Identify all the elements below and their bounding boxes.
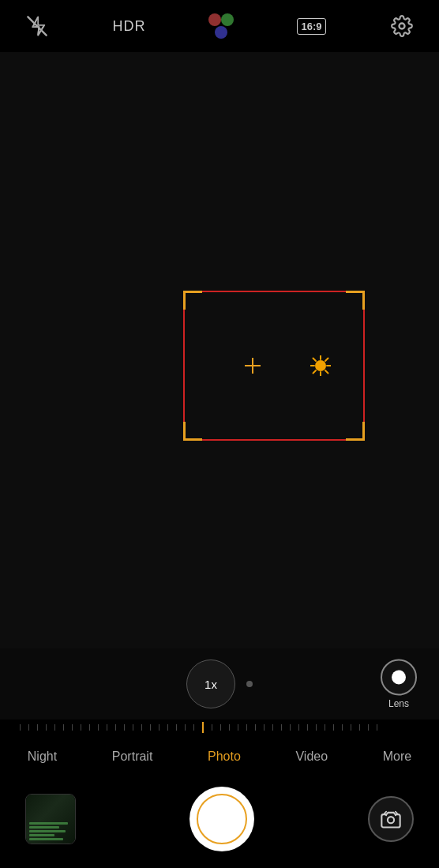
shutter-button[interactable] xyxy=(189,787,254,851)
gallery-code-preview xyxy=(29,822,72,840)
tab-video[interactable]: Video xyxy=(289,746,334,767)
ruler-tick xyxy=(20,724,21,731)
ruler-tick xyxy=(115,724,116,731)
ruler-tick xyxy=(255,724,256,731)
ruler-tick xyxy=(46,724,47,731)
svg-line-6 xyxy=(313,358,317,361)
ruler-tick xyxy=(81,724,81,731)
ruler-center-tick xyxy=(202,722,204,733)
gallery-thumb-inner xyxy=(26,795,75,844)
tab-portrait[interactable]: Portrait xyxy=(106,746,159,767)
code-line xyxy=(29,826,59,829)
ruler-tick xyxy=(281,724,282,731)
shutter-inner xyxy=(197,794,247,844)
ruler-ticks xyxy=(0,720,439,735)
ruler-tick xyxy=(159,724,159,731)
bracket-br xyxy=(346,422,365,441)
ruler-tick xyxy=(150,724,151,731)
bottom-controls xyxy=(0,781,439,868)
zoom-lens-bar: 1x Lens xyxy=(0,648,439,720)
ruler-tick xyxy=(298,724,299,731)
ruler-tick xyxy=(290,724,291,731)
ruler-tick xyxy=(167,724,168,731)
ruler-tick xyxy=(141,724,142,731)
ruler-tick xyxy=(307,724,308,731)
svg-line-9 xyxy=(313,370,317,374)
ruler-tick xyxy=(193,724,194,731)
ruler-tick xyxy=(316,724,317,731)
ruler-tick xyxy=(342,724,343,731)
ruler-tick xyxy=(107,724,107,731)
camera-app: HDR 16:9 xyxy=(0,0,439,868)
ruler-tick xyxy=(368,724,369,731)
aspect-ratio-button[interactable]: 16:9 xyxy=(297,11,327,41)
code-line xyxy=(29,822,68,825)
ruler-tick xyxy=(28,724,29,731)
settings-button[interactable] xyxy=(387,11,417,41)
ruler-tick xyxy=(333,724,334,731)
top-bar: HDR 16:9 xyxy=(0,0,439,52)
tab-more[interactable]: More xyxy=(377,746,418,767)
ruler-tick xyxy=(229,724,230,731)
ruler-tick xyxy=(54,724,55,731)
ruler-tick xyxy=(133,724,133,731)
focus-box xyxy=(183,291,365,441)
code-line xyxy=(29,838,63,840)
ruler-tick xyxy=(37,724,38,731)
ruler-tick xyxy=(264,724,265,731)
flash-off-icon[interactable] xyxy=(22,11,52,41)
ruler-tick xyxy=(212,724,212,731)
ruler-tick xyxy=(98,724,99,731)
tab-night[interactable]: Night xyxy=(21,746,63,767)
ruler-tick xyxy=(63,724,64,731)
code-line xyxy=(29,830,66,832)
ruler-tick xyxy=(238,724,238,731)
crosshair xyxy=(245,358,261,374)
svg-point-10 xyxy=(388,817,394,823)
color-filter-icon[interactable] xyxy=(206,11,236,41)
ruler-tick xyxy=(176,724,177,731)
ruler-tick xyxy=(89,724,90,731)
gallery-thumbnail[interactable] xyxy=(25,794,76,844)
ruler-tick xyxy=(246,724,247,731)
hdr-button[interactable]: HDR xyxy=(113,18,146,35)
lens-button[interactable]: Lens xyxy=(381,659,417,709)
code-line xyxy=(29,834,54,836)
tab-photo[interactable]: Photo xyxy=(201,746,247,767)
bracket-bl xyxy=(183,422,202,441)
flip-camera-icon xyxy=(380,808,402,830)
svg-line-7 xyxy=(325,370,328,374)
ruler-tick xyxy=(351,724,351,731)
svg-line-8 xyxy=(325,358,328,361)
ruler-tick xyxy=(359,724,360,731)
ruler-tick xyxy=(272,724,273,731)
ruler-tick xyxy=(124,724,125,731)
ruler-tick xyxy=(377,724,377,731)
bracket-tl xyxy=(183,291,202,310)
zoom-button[interactable]: 1x xyxy=(186,659,235,708)
brightness-sun-icon[interactable] xyxy=(310,355,331,376)
lens-icon xyxy=(381,659,417,696)
sun-center xyxy=(315,360,326,371)
lens-inner xyxy=(392,671,406,685)
ruler-tick xyxy=(72,724,73,731)
bracket-tr xyxy=(346,291,365,310)
mode-tabs: Night Portrait Photo Video More xyxy=(0,735,439,781)
mode-ruler xyxy=(0,720,439,735)
zoom-dot xyxy=(246,681,253,687)
aspect-ratio-label: 16:9 xyxy=(297,18,325,35)
svg-point-1 xyxy=(400,24,405,29)
ruler-tick xyxy=(325,724,325,731)
flip-camera-button[interactable] xyxy=(368,796,414,842)
ruler-tick xyxy=(220,724,221,731)
viewfinder[interactable] xyxy=(0,52,439,648)
lens-label: Lens xyxy=(388,698,409,709)
ruler-tick xyxy=(185,724,186,731)
